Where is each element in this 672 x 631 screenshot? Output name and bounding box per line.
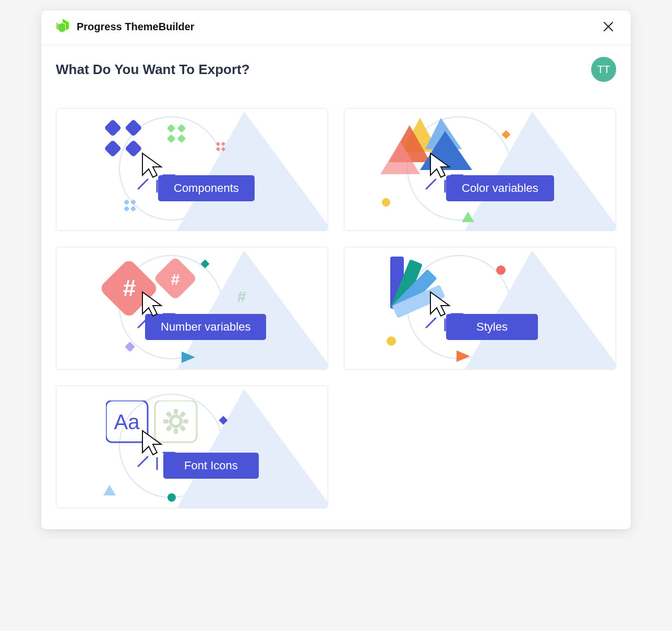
svg-rect-16 [124,206,129,212]
svg-line-41 [138,318,148,327]
export-dialog: Progress ThemeBuilder What Do You Want T… [41,10,631,529]
svg-rect-26 [502,130,511,139]
card-number-variables[interactable]: # # # [56,247,328,370]
brand-title: Progress ThemeBuilder [77,21,195,33]
content-header: What Do You Want To Export? TT [56,57,616,82]
svg-rect-6 [167,124,176,133]
svg-rect-12 [216,147,220,151]
close-icon [603,21,614,32]
card-font-icons[interactable]: Aa [56,385,328,508]
page-title: What Do You Want To Export? [56,62,250,78]
svg-rect-2 [104,119,122,137]
svg-rect-5 [177,124,186,133]
svg-rect-4 [104,140,122,157]
svg-line-65 [138,457,148,466]
svg-rect-62 [219,416,228,425]
progress-logo-icon [55,18,70,35]
svg-marker-32 [176,250,328,370]
svg-marker-40 [182,351,195,363]
card-components[interactable]: Components [56,108,328,231]
svg-rect-39 [125,342,135,351]
svg-point-50 [496,265,506,275]
svg-text:#: # [237,288,246,305]
dialog-header: Progress ThemeBuilder [41,10,631,45]
svg-rect-8 [167,134,176,143]
svg-marker-44 [464,250,616,370]
svg-point-27 [382,198,390,207]
svg-rect-38 [201,260,210,269]
svg-marker-0 [176,112,328,231]
svg-rect-7 [177,134,186,143]
svg-rect-10 [216,142,220,146]
svg-line-17 [138,179,148,189]
svg-point-51 [387,336,396,346]
svg-marker-28 [462,212,474,222]
close-button[interactable] [599,18,617,35]
svg-line-29 [426,179,436,189]
svg-rect-1 [125,119,142,137]
svg-marker-52 [457,350,470,362]
svg-point-64 [167,493,176,502]
card-color-variables[interactable]: Color variables [344,108,616,231]
svg-rect-13 [130,199,136,205]
cards-grid: Components [56,108,616,508]
svg-text:#: # [171,271,180,288]
svg-rect-9 [221,142,225,146]
avatar[interactable]: TT [591,57,616,82]
dialog-content: What Do You Want To Export? TT [41,45,631,529]
svg-rect-11 [221,147,225,151]
card-styles[interactable]: Styles [344,247,616,370]
svg-rect-15 [130,206,136,212]
svg-point-60 [171,416,181,427]
svg-line-53 [426,318,436,327]
svg-rect-14 [124,199,129,205]
brand: Progress ThemeBuilder [55,18,195,35]
svg-rect-61 [174,409,178,414]
svg-marker-63 [103,485,116,495]
